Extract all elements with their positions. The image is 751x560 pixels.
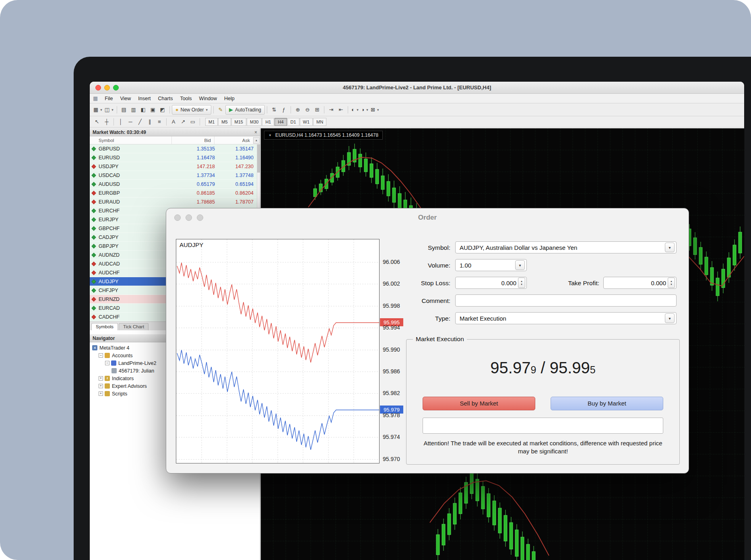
- channel-button[interactable]: ∥: [145, 117, 155, 127]
- price-scale-label: 95.970: [383, 456, 404, 462]
- volume-select[interactable]: 1.00 ▾: [455, 259, 527, 271]
- shapes-tool-button[interactable]: ▭: [188, 117, 198, 127]
- charts-list-button[interactable]: ⇅: [269, 105, 279, 115]
- arrow-up-icon: [91, 253, 96, 257]
- bid-cell: 0.65179: [175, 181, 218, 187]
- dialog-zoom-button[interactable]: [197, 214, 203, 221]
- chevron-down-icon[interactable]: ▾: [665, 243, 675, 252]
- terminal-toggle-button[interactable]: ▣: [148, 105, 158, 115]
- stop-loss-input[interactable]: 0.000 ▴▾: [455, 277, 527, 289]
- bid-cell: 1.78685: [175, 199, 218, 205]
- stepper-arrows-icon[interactable]: ▴▾: [518, 278, 525, 288]
- menu-window[interactable]: Window: [196, 95, 221, 103]
- market-watch-toggle-button[interactable]: ▤: [119, 105, 129, 115]
- menu-bar: ▦ FileViewInsertChartsToolsWindowHelp: [90, 94, 744, 103]
- timeframe-m30-button[interactable]: M30: [247, 118, 262, 126]
- column-ask[interactable]: Ask: [215, 136, 253, 144]
- buy-by-market-button[interactable]: Buy by Market: [551, 397, 663, 410]
- tab-symbols[interactable]: Symbols: [91, 323, 118, 330]
- strategy-tester-button[interactable]: ◩: [158, 105, 167, 115]
- timeframe-h1-button[interactable]: H1: [262, 118, 274, 126]
- market-watch-row[interactable]: EURUSD1.164781.16490: [90, 153, 257, 162]
- timeframe-m1-button[interactable]: M1: [205, 118, 218, 126]
- chevron-down-icon[interactable]: ▾: [515, 260, 525, 270]
- menu-insert[interactable]: Insert: [134, 95, 154, 103]
- timeframe-w1-button[interactable]: W1: [300, 118, 313, 126]
- expand-icon[interactable]: +: [99, 391, 103, 396]
- arrows-tool-button[interactable]: ↗: [178, 117, 188, 127]
- data-window-button[interactable]: ▥: [129, 105, 138, 115]
- new-order-button[interactable]: ●New Order▾: [172, 105, 211, 115]
- chart-shift-button[interactable]: ⇤: [336, 105, 346, 115]
- autotrading-button[interactable]: ▶AutoTrading: [225, 105, 265, 115]
- ask-cell: 0.86204: [218, 190, 257, 196]
- market-watch-row[interactable]: AUDUSD0.651790.65194: [90, 180, 257, 189]
- tile-windows-button[interactable]: ⊞: [312, 105, 322, 115]
- menu-tools[interactable]: Tools: [176, 95, 195, 103]
- arrow-down-icon: [91, 164, 96, 169]
- zoom-window-button[interactable]: [113, 85, 119, 91]
- market-watch-toggle-icon: ▤: [122, 107, 126, 112]
- navigator-toggle-button[interactable]: ◧: [138, 105, 148, 115]
- timeframe-m5-button[interactable]: M5: [218, 118, 231, 126]
- symbol-select[interactable]: AUDJPY, Australian Dollar vs Japanese Ye…: [455, 241, 677, 253]
- expand-icon[interactable]: +: [99, 376, 103, 381]
- profiles-button[interactable]: ◫▾: [103, 105, 115, 115]
- zoom-out-icon: ⊖: [305, 107, 310, 112]
- tree-item-label: MetaTrader 4: [99, 345, 130, 351]
- take-profit-input[interactable]: 0.000 ▴▾: [603, 277, 677, 289]
- trendline-button[interactable]: ╱: [135, 117, 145, 127]
- scroll-up-button[interactable]: ▲: [253, 137, 260, 144]
- market-watch-row[interactable]: USDCAD1.377341.37748: [90, 171, 257, 180]
- cursor-button[interactable]: ↖: [92, 117, 102, 127]
- timeframe-m15-button[interactable]: M15: [231, 118, 246, 126]
- close-window-button[interactable]: [95, 85, 101, 91]
- collapse-icon[interactable]: −: [99, 353, 103, 358]
- expand-icon[interactable]: +: [99, 384, 103, 388]
- market-watch-row[interactable]: EURAUD1.786851.78707: [90, 198, 257, 206]
- indicators-menu-button[interactable]: ◐▾: [350, 105, 360, 115]
- tab-tick-chart[interactable]: Tick Chart: [119, 323, 149, 330]
- comment-input[interactable]: [455, 294, 677, 307]
- minimize-window-button[interactable]: [104, 85, 110, 91]
- accounts-icon: [105, 353, 110, 358]
- templates-menu-button[interactable]: ⊠▾: [369, 105, 380, 115]
- chevron-down-icon[interactable]: ▾: [665, 313, 675, 323]
- metaeditor-button[interactable]: ✎: [216, 105, 225, 115]
- column-bid[interactable]: Bid: [172, 136, 215, 144]
- timeframe-d1-button[interactable]: D1: [287, 118, 299, 126]
- indicators-fx-button[interactable]: ƒ: [279, 105, 289, 115]
- dialog-close-button[interactable]: [174, 214, 181, 221]
- crosshair-button[interactable]: ┼: [102, 117, 111, 127]
- new-chart-button[interactable]: ▦▾: [92, 105, 103, 115]
- timeframe-mn-button[interactable]: MN: [313, 118, 326, 126]
- tick-chart-svg: [176, 239, 379, 463]
- sell-by-market-button[interactable]: Sell by Market: [423, 397, 535, 410]
- stepper-arrows-icon[interactable]: ▴▾: [668, 278, 675, 288]
- menu-charts[interactable]: Charts: [155, 95, 177, 103]
- fibonacci-button[interactable]: ≡: [155, 117, 164, 127]
- close-panel-icon[interactable]: ×: [254, 130, 257, 135]
- symbol-cell: EURAUD: [90, 199, 175, 205]
- menu-file[interactable]: File: [101, 95, 116, 103]
- zoom-in-button[interactable]: ⊕: [293, 105, 303, 115]
- zoom-out-button[interactable]: ⊖: [303, 105, 312, 115]
- scrollbar-thumb[interactable]: [257, 144, 260, 173]
- periods-menu-button[interactable]: ◑▾: [360, 105, 369, 115]
- auto-scroll-button[interactable]: ⇥: [326, 105, 336, 115]
- horizontal-line-button[interactable]: ─: [126, 117, 135, 127]
- column-symbol[interactable]: Symbol: [90, 136, 172, 144]
- market-watch-row[interactable]: USDJPY147.218147.230: [90, 162, 257, 171]
- timeframe-h4-button[interactable]: H4: [274, 118, 287, 126]
- menu-help[interactable]: Help: [221, 95, 238, 103]
- toolbar-separator: [113, 118, 114, 126]
- vertical-line-button[interactable]: │: [116, 117, 126, 127]
- menu-view[interactable]: View: [116, 95, 134, 103]
- text-tool-button[interactable]: A: [169, 117, 178, 127]
- order-type-select[interactable]: Market Execution ▾: [455, 312, 677, 324]
- arrows-tool-icon: ↗: [181, 119, 186, 124]
- market-watch-row[interactable]: GBPUSD1.351351.35147: [90, 144, 257, 153]
- market-watch-row[interactable]: EURGBP0.861850.86204: [90, 189, 257, 198]
- collapse-icon[interactable]: −: [105, 361, 109, 365]
- dialog-minimize-button[interactable]: [186, 214, 192, 221]
